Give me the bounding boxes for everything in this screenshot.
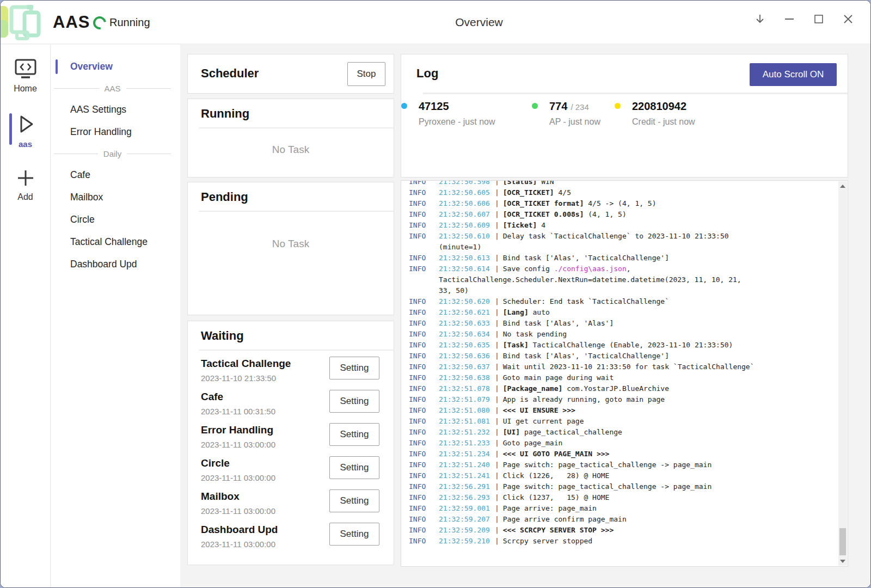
log-message: Goto page_main	[503, 439, 563, 447]
rail-active-indicator	[9, 113, 12, 145]
log-level: INFO	[409, 481, 439, 492]
waiting-task-name: Tactical Challenge	[201, 358, 291, 370]
maximize-button[interactable]	[804, 8, 833, 30]
log-timestamp: 21:32:59.207	[439, 515, 490, 523]
log-level: INFO	[409, 449, 439, 460]
log-level: INFO	[409, 307, 439, 318]
minimize-button[interactable]	[775, 8, 804, 30]
log-output-panel[interactable]: INFO21:32:50.598|[Status] WIN INFO21:32:…	[401, 180, 848, 567]
waiting-title: Waiting	[201, 329, 394, 343]
log-line: INFO21:32:59.209|<<< SCRCPY SERVER STOP …	[409, 525, 835, 536]
sidebar-item[interactable]: Tactical Challenge	[51, 231, 180, 253]
log-line: INFO21:32:51.078|[Package_name] com.Yost…	[409, 383, 835, 394]
rail-item-home[interactable]: Home	[1, 51, 50, 99]
log-level: INFO	[409, 231, 439, 242]
scrollbar-up-arrow-icon[interactable]	[838, 181, 847, 191]
log-timestamp: 21:32:50.607	[439, 210, 490, 218]
log-level: INFO	[409, 198, 439, 209]
setting-button[interactable]: Setting	[329, 423, 379, 446]
log-separator: |	[490, 461, 503, 469]
log-message: UI get current page	[503, 417, 584, 425]
sidebar-item[interactable]: Circle	[51, 209, 180, 231]
sidebar-item-label: Cafe	[70, 169, 90, 181]
log-message: [OCR_TICKET 0.008s] (4, 1, 5)	[503, 210, 627, 218]
stop-button[interactable]: Stop	[347, 62, 385, 86]
sidebar-item-label: Dashboard Upd	[70, 259, 137, 270]
log-separator: |	[490, 395, 503, 403]
setting-button[interactable]: Setting	[329, 357, 379, 379]
divider	[199, 127, 394, 128]
log-message: Wait until 2023-11-10 21:33:50 for task …	[503, 363, 755, 371]
app-name: AAS	[53, 13, 90, 32]
auto-scroll-toggle[interactable]: Auto Scroll ON	[750, 63, 837, 86]
log-separator: |	[490, 265, 503, 273]
log-message: Click (1237, 15) @ HOME	[503, 493, 610, 501]
log-level: INFO	[409, 383, 439, 394]
pending-title: Pending	[201, 190, 394, 204]
stat-block: 47125 Pyroxene - just now	[401, 100, 495, 127]
log-line: INFO21:32:50.633|Bind task ['Alas', 'Ala…	[409, 318, 835, 329]
log-timestamp: 21:32:50.598	[439, 180, 490, 186]
waiting-task-time: 2023-11-11 03:00:00	[201, 440, 275, 449]
log-level: INFO	[409, 405, 439, 416]
log-message: [Lang] auto	[503, 308, 550, 316]
log-separator: |	[490, 221, 503, 229]
scrollbar-down-arrow-icon[interactable]	[838, 556, 847, 566]
log-timestamp: 21:32:51.232	[439, 428, 490, 436]
rail-item-add[interactable]: Add	[1, 161, 50, 207]
setting-button[interactable]: Setting	[329, 390, 379, 413]
log-separator: |	[490, 417, 503, 425]
sidebar-item-label: AAS Settings	[70, 104, 126, 115]
scrollbar-thumb[interactable]	[839, 528, 846, 555]
log-timestamp: 21:32:50.634	[439, 330, 490, 338]
log-timestamp: 21:32:50.613	[439, 254, 490, 262]
pending-empty-text: No Task	[188, 238, 394, 250]
stat-dot-icon	[401, 103, 407, 109]
log-level: INFO	[409, 329, 439, 340]
log-timestamp: 21:32:50.635	[439, 341, 490, 349]
log-message: Goto main page during wait	[503, 373, 614, 382]
download-update-button[interactable]	[745, 8, 775, 30]
nav-active-indicator	[56, 59, 58, 74]
sidebar-item[interactable]: AAS Settings	[51, 99, 180, 121]
log-timestamp: 21:32:51.081	[439, 417, 490, 425]
log-line: INFO21:32:50.610|Delay task `TacticalCha…	[409, 231, 835, 253]
log-line: INFO21:32:51.080|<<< UI ENSURE >>>	[409, 405, 835, 416]
sidebar-item-label: Overview	[70, 61, 113, 72]
sidebar-item[interactable]: Error Handling	[51, 121, 180, 143]
rail-item-aas[interactable]: aas	[1, 106, 50, 154]
sidebar-item[interactable]: Mailbox	[51, 186, 180, 209]
sidebar-item[interactable]: Dashboard Upd	[51, 253, 180, 275]
log-separator: |	[490, 493, 503, 501]
log-scrollbar[interactable]	[838, 181, 847, 566]
log-message: Page switch: page_tactical_challenge -> …	[503, 461, 712, 469]
log-separator: |	[490, 297, 503, 305]
log-separator: |	[490, 210, 503, 218]
sidebar-item[interactable]: Overview	[51, 56, 180, 78]
log-line: INFO21:32:50.609|[Ticket] 4	[409, 220, 835, 231]
resource-stats: 774 / 234 AP - just now 220810942 Credit…	[401, 100, 848, 133]
log-message: Page arrive confirm page_main	[503, 515, 627, 523]
sidebar-item[interactable]: Cafe	[51, 164, 180, 186]
log-separator: |	[490, 199, 503, 207]
log-message: [OCR_TICKET] 4/5	[503, 188, 571, 197]
log-line: INFO21:32:59.001|Page arrive: page_main	[409, 503, 835, 514]
log-line: INFO21:32:50.636|Bind task ['Alas', 'Tac…	[409, 351, 835, 362]
log-level: INFO	[409, 427, 439, 438]
log-message: [Package_name] com.YostarJP.BlueArchive	[503, 384, 669, 393]
log-level: INFO	[409, 296, 439, 307]
setting-button[interactable]: Setting	[329, 523, 379, 546]
log-separator: |	[490, 363, 503, 371]
log-level: INFO	[409, 470, 439, 481]
waiting-task-time: 2023-11-11 03:00:00	[201, 540, 275, 549]
log-timestamp: 21:32:56.291	[439, 482, 490, 491]
log-message: Bind task ['Alas', 'Alas']	[503, 319, 614, 327]
setting-button[interactable]: Setting	[329, 489, 379, 512]
log-level: INFO	[409, 180, 439, 187]
setting-button[interactable]: Setting	[329, 456, 379, 479]
scheduler-title: Scheduler	[201, 66, 259, 81]
log-timestamp: 21:32:51.233	[439, 439, 490, 447]
log-level: INFO	[409, 220, 439, 231]
close-button[interactable]	[833, 8, 863, 30]
log-timestamp: 21:32:50.620	[439, 297, 490, 305]
